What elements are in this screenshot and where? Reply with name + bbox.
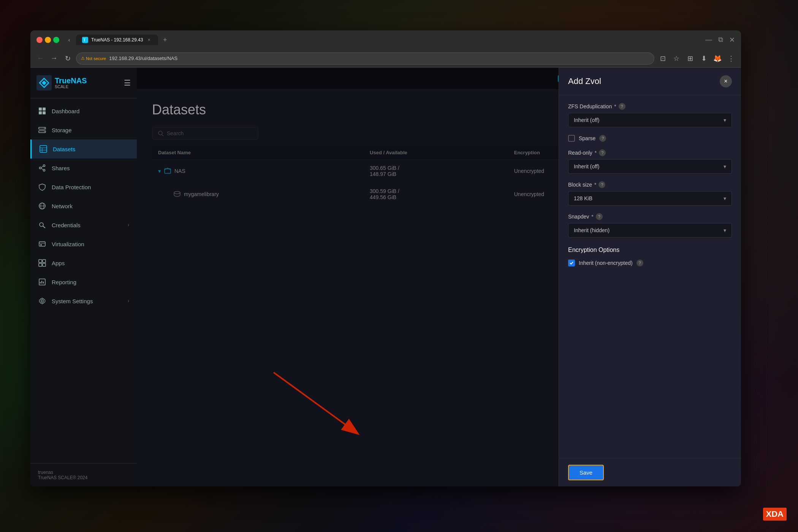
panel-title: Add Zvol: [568, 76, 601, 86]
sidebar-item-system-settings-label: System Settings: [52, 298, 93, 304]
tab-close-btn[interactable]: ×: [146, 37, 152, 43]
encryption-section: Encryption Options Inherit (non-encrypte…: [568, 245, 732, 266]
sidebar-item-dashboard-label: Dashboard: [52, 108, 79, 114]
svg-point-23: [40, 223, 43, 226]
panel-header: Add Zvol ×: [559, 68, 741, 95]
readonly-group: Read-only * ? Inherit (off) ▾: [568, 149, 732, 174]
browser-close-btn[interactable]: [36, 37, 43, 43]
encryption-heading: Encryption Options: [568, 245, 732, 253]
snapdev-group: Snapdev * ? Inherit (hidden) ▾: [568, 213, 732, 238]
block-size-help[interactable]: ?: [598, 181, 605, 188]
svg-point-9: [44, 128, 45, 129]
storage-icon: [38, 126, 46, 134]
svg-point-36: [41, 300, 43, 302]
inherit-encrypted-help[interactable]: ?: [636, 260, 643, 266]
bookmark-btn[interactable]: ☆: [671, 53, 682, 64]
svg-rect-3: [39, 108, 42, 111]
inherit-encrypted-checkbox[interactable]: [568, 260, 575, 266]
win-restore-btn[interactable]: ⧉: [718, 36, 723, 44]
sparse-label: Sparse: [579, 135, 595, 141]
new-tab-btn[interactable]: +: [160, 35, 170, 45]
svg-rect-11: [40, 146, 47, 152]
sidebar: TrueNAS SCALE ☰ Dashboard: [30, 68, 137, 486]
main-content: iX systems 1: [137, 68, 741, 486]
logo-svg: [36, 75, 52, 90]
svg-point-10: [44, 131, 45, 132]
sidebar-item-virtualization[interactable]: Virtualization: [30, 234, 137, 253]
browser-controls: [36, 37, 59, 43]
sparse-checkbox[interactable]: [568, 135, 575, 142]
sidebar-footer: truenas TrueNAS SCALE® 2024: [30, 463, 137, 486]
panel-close-btn[interactable]: ×: [720, 75, 732, 87]
extension-btn[interactable]: ⊞: [685, 53, 695, 64]
sidebar-item-storage[interactable]: Storage: [30, 120, 137, 139]
dashboard-icon: [38, 107, 46, 115]
back-btn[interactable]: ←: [35, 53, 46, 64]
sidebar-item-data-protection-label: Data Protection: [52, 184, 91, 190]
readonly-help[interactable]: ?: [599, 149, 606, 156]
browser-tab-active[interactable]: T TrueNAS - 192.168.29.43 ×: [76, 35, 158, 45]
url-bar[interactable]: ⚠ Not secure 192.168.29.43/ui/datasets/N…: [76, 52, 654, 65]
readonly-select[interactable]: Inherit (off) ▾: [568, 159, 732, 174]
sidebar-item-system-settings[interactable]: System Settings ›: [30, 291, 137, 310]
zfs-dedup-arrow: ▾: [724, 117, 726, 123]
credentials-chevron: ›: [128, 222, 129, 228]
win-close-btn[interactable]: ✕: [729, 36, 735, 44]
nav-extras: ⊡ ☆ ⊞ ⬇ 🦊 ⋮: [657, 53, 736, 64]
block-size-group: Block size * ? 128 KiB ▾: [568, 181, 732, 206]
sidebar-item-shares[interactable]: Shares: [30, 158, 137, 177]
logo-truenas: TrueNAS: [55, 77, 87, 84]
panel-footer: Save: [559, 458, 741, 486]
svg-rect-27: [40, 244, 42, 245]
cast-btn[interactable]: ⊡: [657, 53, 668, 64]
app-window: TrueNAS SCALE ☰ Dashboard: [30, 68, 741, 486]
sidebar-header: TrueNAS SCALE ☰: [30, 68, 137, 98]
refresh-btn[interactable]: ↻: [62, 53, 73, 64]
save-button[interactable]: Save: [568, 465, 604, 480]
sidebar-item-network-label: Network: [52, 203, 73, 209]
sidebar-item-network[interactable]: Network: [30, 196, 137, 215]
sidebar-item-reporting[interactable]: Reporting: [30, 272, 137, 291]
add-zvol-panel: Add Zvol × ZFS Deduplication * ? Inherit…: [559, 68, 741, 486]
snapdev-select[interactable]: Inherit (hidden) ▾: [568, 223, 732, 238]
xda-watermark: XDA: [763, 508, 787, 521]
tab-scroll-left[interactable]: ‹: [64, 35, 74, 45]
warning-icon: ⚠: [81, 56, 85, 61]
sidebar-username: truenas: [38, 470, 129, 475]
tab-favicon: T: [82, 37, 88, 43]
panel-body: ZFS Deduplication * ? Inherit (off) ▾: [559, 95, 741, 458]
win-minimize-btn[interactable]: —: [705, 36, 712, 44]
snapdev-arrow: ▾: [724, 227, 726, 233]
sidebar-nav: Dashboard Storage Datasets: [30, 98, 137, 463]
sidebar-item-datasets[interactable]: Datasets: [30, 139, 137, 158]
svg-rect-30: [39, 263, 42, 266]
zfs-dedup-help[interactable]: ?: [619, 103, 625, 110]
tab-title: TrueNAS - 192.168.29.43: [91, 37, 143, 43]
logo-scale: SCALE: [55, 84, 87, 89]
sidebar-item-apps[interactable]: Apps: [30, 253, 137, 272]
browser-maximize-btn[interactable]: [53, 37, 59, 43]
credentials-icon: [38, 221, 46, 229]
forward-btn[interactable]: →: [49, 53, 59, 64]
sidebar-item-data-protection[interactable]: Data Protection: [30, 177, 137, 196]
network-icon: [38, 202, 46, 210]
svg-line-18: [41, 166, 43, 168]
readonly-label: Read-only * ?: [568, 149, 732, 156]
sidebar-item-credentials[interactable]: Credentials ›: [30, 215, 137, 234]
zfs-dedup-required: *: [614, 103, 616, 109]
svg-line-24: [43, 226, 45, 228]
sidebar-item-storage-label: Storage: [52, 127, 72, 133]
svg-line-19: [41, 168, 43, 170]
hamburger-btn[interactable]: ☰: [124, 78, 131, 87]
more-btn[interactable]: ⋮: [726, 53, 736, 64]
snapdev-help[interactable]: ?: [596, 213, 603, 220]
sparse-help[interactable]: ?: [599, 135, 606, 142]
block-size-select[interactable]: 128 KiB ▾: [568, 191, 732, 206]
svg-rect-28: [39, 260, 42, 263]
profile-btn[interactable]: 🦊: [712, 53, 723, 64]
download-btn[interactable]: ⬇: [698, 53, 709, 64]
browser-minimize-btn[interactable]: [45, 37, 51, 43]
sidebar-item-dashboard[interactable]: Dashboard: [30, 101, 137, 120]
zfs-dedup-select[interactable]: Inherit (off) ▾: [568, 113, 732, 127]
readonly-arrow: ▾: [724, 163, 726, 169]
